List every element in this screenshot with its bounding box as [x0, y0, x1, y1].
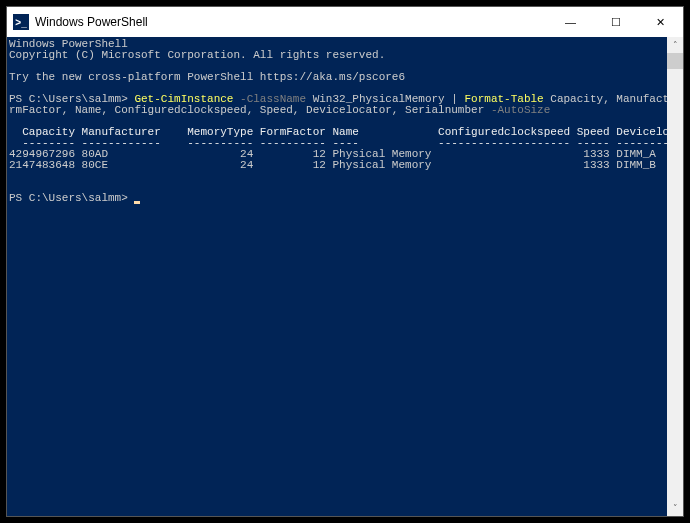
prompt-current: PS C:\Users\salmm>: [9, 192, 134, 204]
scroll-track[interactable]: [667, 53, 683, 500]
window-title: Windows PowerShell: [35, 15, 548, 29]
vertical-scrollbar[interactable]: ˄ ˅: [667, 37, 683, 516]
window-controls: — ☐ ✕: [548, 7, 683, 37]
console-container: Windows PowerShell Copyright (C) Microso…: [7, 37, 683, 516]
table-row: 2147483648 80CE 24 12 Physical Memory 13…: [9, 159, 667, 171]
arg-columns-2: rmFactor, Name, Configuredclockspeed, Sp…: [9, 104, 484, 116]
titlebar[interactable]: >_ Windows PowerShell — ☐ ✕: [7, 7, 683, 37]
powershell-icon: >_: [13, 14, 29, 30]
minimize-button[interactable]: —: [548, 7, 593, 37]
scroll-down-arrow-icon[interactable]: ˅: [667, 500, 683, 516]
param-autosize: -AutoSize: [484, 104, 550, 116]
try-line: Try the new cross-platform PowerShell ht…: [9, 71, 405, 83]
console-output[interactable]: Windows PowerShell Copyright (C) Microso…: [7, 37, 667, 516]
powershell-window: >_ Windows PowerShell — ☐ ✕ Windows Powe…: [6, 6, 684, 517]
copyright-line: Copyright (C) Microsoft Corporation. All…: [9, 49, 385, 61]
scroll-thumb[interactable]: [667, 53, 683, 69]
maximize-button[interactable]: ☐: [593, 7, 638, 37]
close-button[interactable]: ✕: [638, 7, 683, 37]
arg-columns-1: Capacity, Manufacturer, MemoryType, Fo: [544, 93, 667, 105]
cursor: [134, 201, 140, 204]
scroll-up-arrow-icon[interactable]: ˄: [667, 37, 683, 53]
